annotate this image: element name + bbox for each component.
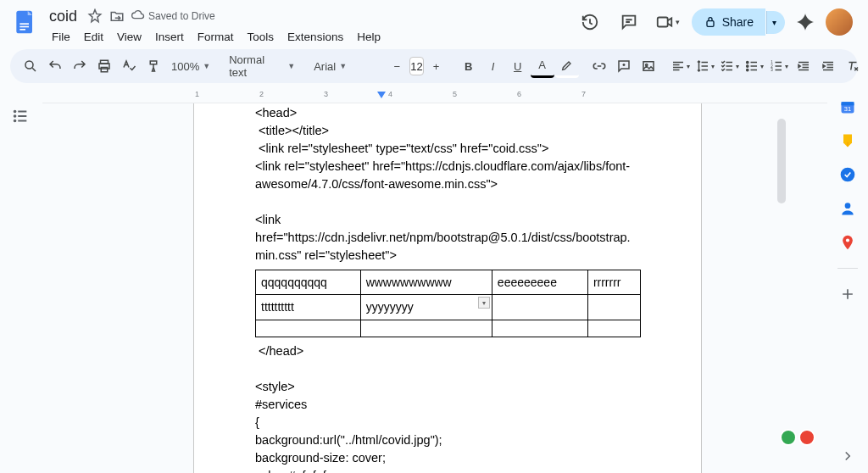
document-line[interactable]: <link rel="stylesheet" type="text/css" h… [255, 140, 640, 158]
line-spacing-icon[interactable]: ▾ [693, 54, 717, 78]
star-icon[interactable] [87, 8, 103, 24]
table-cell[interactable]: eeeeeeeee [492, 270, 587, 295]
cell-dropdown-icon[interactable]: ▾ [478, 297, 490, 309]
menu-extensions[interactable]: Extensions [281, 27, 349, 47]
font-family-dropdown[interactable]: Arial▼ [309, 54, 376, 78]
share-dropdown[interactable]: ▾ [766, 11, 785, 34]
table-cell[interactable] [587, 295, 640, 320]
svg-rect-2 [19, 26, 29, 28]
table-cell[interactable]: yyyyyyyy▾ [360, 295, 492, 320]
tab-stop-marker[interactable] [377, 92, 386, 98]
search-menus-icon[interactable] [19, 54, 42, 78]
document-table[interactable]: qqqqqqqqqq wwwwwwwwww eeeeeeeee rrrrrrr … [255, 270, 641, 337]
history-icon[interactable] [575, 7, 605, 37]
undo-icon[interactable] [43, 54, 67, 78]
menu-tools[interactable]: Tools [242, 27, 281, 47]
paint-format-icon[interactable] [142, 54, 165, 78]
checklist-icon[interactable]: ▾ [718, 54, 742, 78]
move-icon[interactable] [109, 8, 125, 24]
document-page[interactable]: <head> <title></title> <link rel="styles… [193, 103, 702, 473]
share-label: Share [722, 15, 754, 29]
zoom-dropdown[interactable]: 100%▼ [166, 54, 215, 78]
font-value: Arial [314, 60, 336, 73]
clear-formatting-icon[interactable] [841, 54, 865, 78]
document-line[interactable]: { [255, 414, 640, 431]
document-line[interactable]: <head> [255, 104, 640, 122]
table-cell[interactable]: rrrrrrr [587, 270, 640, 295]
tasks-icon[interactable] [839, 166, 856, 183]
doc-title[interactable]: coid [46, 7, 81, 26]
table-cell[interactable]: qqqqqqqqqq [256, 270, 361, 295]
svg-point-12 [747, 61, 748, 63]
paragraph-style-dropdown[interactable]: Normal text▼ [224, 54, 300, 78]
comments-icon[interactable] [614, 7, 644, 37]
increase-indent-icon[interactable] [816, 54, 840, 78]
calendar-icon[interactable]: 31 [839, 98, 856, 115]
print-icon[interactable] [92, 54, 116, 78]
get-addons-icon[interactable] [839, 286, 856, 303]
menu-edit[interactable]: Edit [78, 27, 109, 47]
insert-link-icon[interactable] [587, 54, 611, 78]
horizontal-ruler[interactable]: 1 2 3 4 5 6 7 [42, 90, 827, 103]
save-status[interactable]: Saved to Drive [131, 9, 215, 23]
redo-icon[interactable] [68, 54, 92, 78]
table-cell[interactable]: wwwwwwwwww [360, 270, 492, 295]
meet-icon[interactable]: ▾ [653, 7, 683, 37]
decrease-font-icon[interactable]: − [385, 54, 409, 78]
numbered-list-icon[interactable]: 123▾ [767, 54, 791, 78]
presence-badge-red[interactable] [798, 429, 815, 446]
svg-rect-5 [707, 21, 714, 27]
table-cell[interactable]: tttttttttt [256, 295, 361, 320]
document-line[interactable] [255, 360, 640, 378]
style-value: Normal text [229, 53, 284, 79]
menu-insert[interactable]: Insert [149, 27, 190, 47]
table-cell[interactable] [360, 320, 492, 337]
vertical-scrollbar[interactable] [777, 119, 786, 203]
contacts-icon[interactable] [839, 200, 856, 217]
document-line[interactable]: <title></title> [255, 122, 640, 140]
text-color-icon[interactable]: A [531, 54, 554, 78]
highlight-color-icon[interactable] [555, 54, 579, 78]
document-line[interactable]: background-size: cover; [255, 449, 640, 467]
show-outline-icon[interactable] [11, 107, 31, 127]
add-comment-icon[interactable] [612, 54, 636, 78]
svg-rect-1 [19, 23, 29, 25]
docs-logo[interactable] [10, 7, 41, 37]
document-line[interactable]: <link rel="stylesheet" href="https://cdn… [255, 158, 640, 193]
document-line[interactable]: #services [255, 396, 640, 414]
table-cell[interactable] [587, 320, 640, 337]
table-cell-text: yyyyyyyy [366, 300, 414, 314]
document-line[interactable]: <style> [255, 378, 640, 396]
bold-icon[interactable]: B [457, 54, 481, 78]
gemini-icon[interactable] [793, 10, 817, 34]
maps-icon[interactable] [839, 234, 856, 251]
menu-help[interactable]: Help [351, 27, 387, 47]
account-avatar[interactable] [826, 8, 853, 36]
keep-icon[interactable] [839, 132, 856, 149]
document-line[interactable]: </head> [255, 342, 640, 360]
toolbar: 100%▼ Normal text▼ Arial▼ − 12 + B I U A… [10, 49, 858, 83]
table-cell[interactable] [492, 295, 587, 320]
italic-icon[interactable]: I [481, 54, 505, 78]
menu-view[interactable]: View [111, 27, 147, 47]
document-line[interactable] [255, 193, 640, 211]
font-size-input[interactable]: 12 [409, 57, 423, 75]
insert-image-icon[interactable] [637, 54, 660, 78]
bulleted-list-icon[interactable]: ▾ [743, 54, 766, 78]
document-line[interactable]: color: #efefef; [255, 467, 640, 473]
share-button[interactable]: Share [692, 8, 765, 36]
spellcheck-icon[interactable] [117, 54, 141, 78]
hide-side-panel-icon[interactable] [837, 446, 858, 466]
menu-file[interactable]: File [46, 27, 76, 47]
presence-badge-green[interactable] [780, 429, 797, 446]
svg-text:3: 3 [771, 68, 773, 72]
align-icon[interactable]: ▾ [669, 54, 693, 78]
table-cell[interactable] [256, 320, 361, 337]
increase-font-icon[interactable]: + [425, 54, 448, 78]
decrease-indent-icon[interactable] [792, 54, 815, 78]
underline-icon[interactable]: U [506, 54, 530, 78]
table-cell[interactable] [492, 320, 587, 337]
document-line[interactable]: background:url("../html/covid.jpg"); [255, 431, 640, 449]
document-line[interactable]: <link href="https://cdn.jsdelivr.net/npm… [255, 211, 640, 264]
menu-format[interactable]: Format [192, 27, 240, 47]
